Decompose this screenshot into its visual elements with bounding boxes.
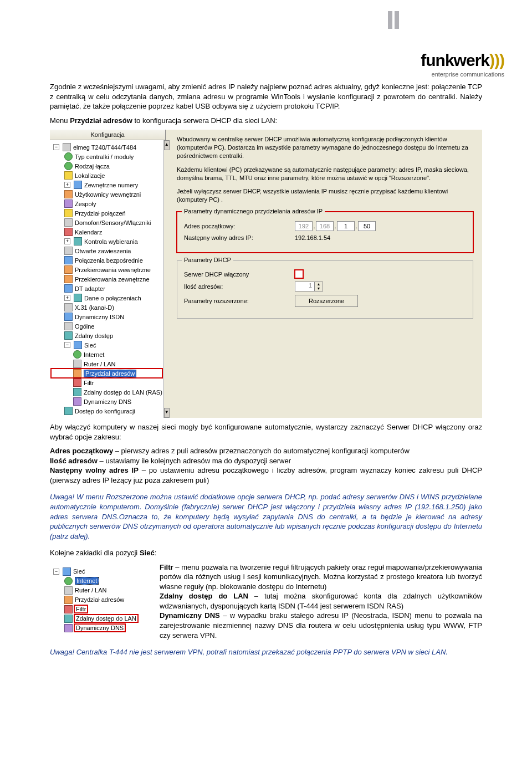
fieldset-ip-range: Parametry dynamicznego przydzielania adr…	[177, 212, 473, 253]
location-icon	[64, 171, 73, 180]
module-icon	[64, 152, 73, 161]
screenshot-dhcp-config: Konfiguracja −elmeg T240/T444/T484 Typ c…	[50, 130, 482, 418]
definitions-block-1: Adres początkowy – pierwszy adres z puli…	[50, 446, 482, 485]
dyndns-icon	[73, 397, 81, 406]
intro-paragraph-2: Menu Przydział adresów to konfiguracja s…	[50, 116, 482, 126]
address-count-label: Ilość adresów:	[184, 283, 295, 290]
extended-params-label: Parametry rozszerzone:	[184, 298, 295, 304]
internet-icon	[64, 577, 73, 585]
logo-text: funkwerk	[421, 51, 489, 70]
expand-icon[interactable]: +	[64, 238, 70, 244]
dial-icon	[74, 237, 82, 245]
ras-icon	[64, 615, 73, 623]
content: Zgodnie z wcześniejszymi uwagami, aby zm…	[0, 82, 532, 687]
intro-paragraph-1: Zgodnie z wcześniejszymi uwagami, aby zm…	[50, 82, 482, 111]
dhcp-enabled-checkbox[interactable]	[295, 270, 303, 278]
logo: funkwerk ))) enterprise communications	[0, 51, 504, 78]
spinner-up-icon[interactable]: ▲	[314, 282, 323, 287]
dyndns-icon	[64, 624, 73, 632]
mid-intro: Aby włączyć komputery w naszej sieci mog…	[50, 422, 482, 442]
general-icon	[64, 322, 73, 330]
users-icon	[64, 190, 73, 198]
fwd-int-icon	[64, 265, 73, 274]
filter-icon	[73, 378, 81, 387]
dhcp-desc-1: Wbudowany w centralkę serwer DHCP umożli…	[177, 135, 473, 160]
next-free-value: 192.168.1.54	[295, 234, 330, 241]
network-icon	[74, 341, 82, 349]
expand-icon[interactable]: −	[53, 144, 59, 150]
device-icon	[63, 143, 71, 151]
direct-icon	[64, 256, 73, 264]
start-address-input[interactable]: 192.168.1.50	[295, 221, 376, 231]
extended-button[interactable]: Rozszerzone	[295, 295, 358, 307]
dhcp-desc-3: Jeżeli wyłączysz serwer DHCP, wszystkie …	[177, 187, 473, 204]
x31-icon	[64, 303, 73, 311]
numbers-icon	[74, 181, 82, 189]
link-icon	[64, 162, 73, 170]
expand-icon[interactable]: +	[64, 295, 70, 301]
logo-arc-icon: )))	[489, 51, 504, 70]
siec-section: −Sieć Internet Ruter / LAN Przydział adr…	[50, 562, 482, 640]
config-tree[interactable]: −elmeg T240/T444/T484 Typ centralki / mo…	[50, 140, 163, 418]
next-free-label: Następny wolny adres IP:	[184, 234, 295, 241]
router-icon	[64, 586, 73, 595]
intercom-icon	[64, 218, 73, 227]
header-decor-bars	[388, 11, 399, 29]
hold-icon	[64, 247, 73, 255]
fieldset-ip-range-legend: Parametry dynamicznego przydzielania adr…	[182, 208, 325, 214]
fwd-ext-icon	[64, 275, 73, 283]
dhcp-icon	[64, 596, 73, 604]
tree-titlebar: Konfiguracja	[50, 130, 165, 140]
network-icon	[63, 567, 71, 576]
config-detail-panel: Wbudowany w centralkę serwer DHCP umożli…	[166, 130, 482, 418]
note-vpn: Uwaga! Centralka T-444 nie jest serwerem…	[50, 647, 482, 657]
conn-data-icon	[74, 294, 82, 302]
remote-icon	[64, 331, 73, 340]
internet-icon	[73, 350, 81, 359]
filter-icon	[64, 605, 73, 613]
note-extended: Uwaga! W menu Rozszerzone można ustawić …	[50, 492, 482, 541]
fieldset-dhcp: Parametry DHCP Serwer DHCP włączony Iloś…	[177, 260, 473, 319]
tree-item-dhcp-selected[interactable]: Przydział adresów	[51, 369, 162, 378]
expand-icon[interactable]: −	[64, 342, 70, 348]
router-icon	[73, 360, 81, 368]
logo-subtitle: enterprise communications	[0, 71, 504, 78]
config-tree-panel: Konfiguracja −elmeg T240/T444/T484 Typ c…	[50, 130, 166, 418]
page-header	[0, 0, 532, 34]
assign-icon	[64, 209, 73, 217]
start-address-label: Adres początkowy:	[184, 223, 295, 229]
screenshot-siec-tree: −Sieć Internet Ruter / LAN Przydział adr…	[50, 565, 152, 635]
expand-icon[interactable]: +	[64, 182, 70, 188]
tabs-line: Kolejne zakładki dla pozycji Sieć:	[50, 548, 482, 558]
teams-icon	[64, 200, 73, 208]
address-count-spinner[interactable]: 1 ▲▼	[295, 282, 323, 291]
calendar-icon	[64, 228, 73, 236]
dhcp-desc-2: Każdemu klientowi (PC) przekazywane są a…	[177, 166, 473, 182]
config-access-icon	[64, 407, 73, 415]
dhcp-icon	[73, 369, 81, 377]
fieldset-dhcp-legend: Parametry DHCP	[182, 257, 233, 263]
dhcp-enabled-label: Serwer DHCP włączony	[184, 271, 295, 278]
isdn-icon	[64, 313, 73, 321]
expand-icon[interactable]: −	[53, 569, 59, 575]
spinner-down-icon[interactable]: ▼	[314, 287, 323, 291]
dt-icon	[64, 284, 73, 293]
ras-icon	[73, 388, 81, 396]
